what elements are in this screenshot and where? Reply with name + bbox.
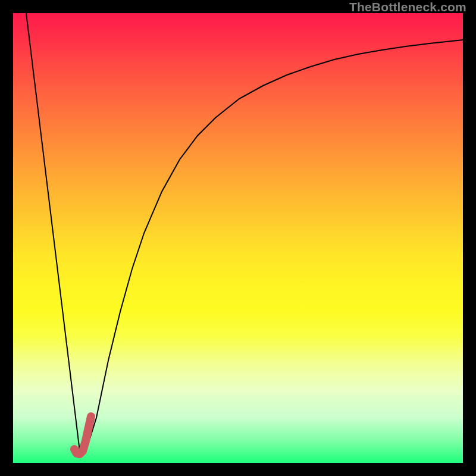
plot-area bbox=[13, 13, 463, 463]
descending-line bbox=[26, 13, 80, 451]
watermark-label: TheBottleneck.com bbox=[349, 0, 466, 14]
red-j-stroke bbox=[74, 416, 91, 454]
chart-svg bbox=[13, 13, 463, 463]
rising-curve bbox=[87, 40, 463, 446]
